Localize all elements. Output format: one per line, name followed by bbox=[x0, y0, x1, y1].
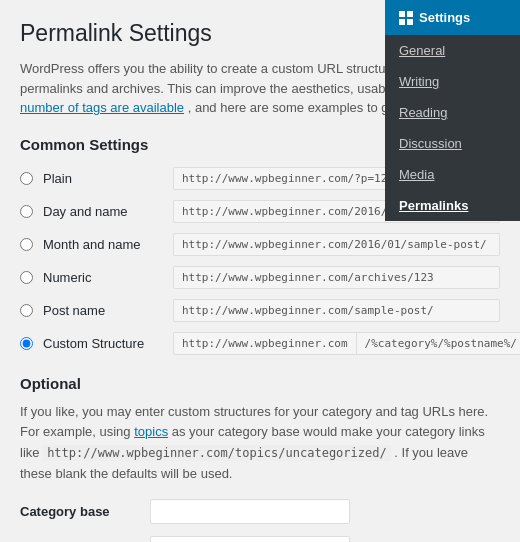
optional-description: If you like, you may enter custom struct… bbox=[20, 402, 500, 485]
topics-link[interactable]: topics bbox=[134, 424, 168, 439]
menu-item-general[interactable]: General bbox=[385, 35, 520, 66]
option-month-name: Month and name http://www.wpbeginner.com… bbox=[20, 233, 500, 256]
radio-day-name[interactable] bbox=[20, 205, 33, 218]
url-post-name: http://www.wpbeginner.com/sample-post/ bbox=[173, 299, 500, 322]
svg-rect-0 bbox=[399, 11, 405, 17]
settings-menu-title: Settings bbox=[419, 10, 470, 25]
radio-numeric[interactable] bbox=[20, 271, 33, 284]
radio-plain[interactable] bbox=[20, 172, 33, 185]
radio-custom[interactable] bbox=[20, 337, 33, 350]
url-numeric: http://www.wpbeginner.com/archives/123 bbox=[173, 266, 500, 289]
settings-menu-header: Settings bbox=[385, 0, 520, 35]
url-month-name: http://www.wpbeginner.com/2016/01/sample… bbox=[173, 233, 500, 256]
menu-item-reading[interactable]: Reading bbox=[385, 97, 520, 128]
label-month-name: Month and name bbox=[43, 237, 173, 252]
option-numeric: Numeric http://www.wpbeginner.com/archiv… bbox=[20, 266, 500, 289]
settings-menu: Settings General Writing Reading Discuss… bbox=[385, 0, 520, 221]
option-custom: Custom Structure http://www.wpbeginner.c… bbox=[20, 332, 500, 355]
menu-item-writing[interactable]: Writing bbox=[385, 66, 520, 97]
option-post-name: Post name http://www.wpbeginner.com/samp… bbox=[20, 299, 500, 322]
url-custom-structure: /%category%/%postname%/ bbox=[357, 332, 520, 355]
tag-base-field: Tag base bbox=[20, 536, 500, 542]
optional-title: Optional bbox=[20, 375, 500, 392]
optional-section: Optional If you like, you may enter cust… bbox=[20, 375, 500, 543]
label-custom: Custom Structure bbox=[43, 336, 173, 351]
label-day-name: Day and name bbox=[43, 204, 173, 219]
label-plain: Plain bbox=[43, 171, 173, 186]
svg-rect-3 bbox=[407, 19, 413, 25]
tag-base-input[interactable] bbox=[150, 536, 350, 542]
url-custom-base: http://www.wpbeginner.com bbox=[173, 332, 357, 355]
url-custom-combined: http://www.wpbeginner.com /%category%/%p… bbox=[173, 332, 520, 355]
menu-item-permalinks[interactable]: Permalinks bbox=[385, 190, 520, 221]
menu-item-discussion[interactable]: Discussion bbox=[385, 128, 520, 159]
category-base-input[interactable] bbox=[150, 499, 350, 524]
url-example: http://www.wpbeginner.com/topics/uncateg… bbox=[43, 445, 391, 461]
svg-rect-2 bbox=[399, 19, 405, 25]
svg-rect-1 bbox=[407, 11, 413, 17]
label-numeric: Numeric bbox=[43, 270, 173, 285]
radio-month-name[interactable] bbox=[20, 238, 33, 251]
label-post-name: Post name bbox=[43, 303, 173, 318]
grid-icon bbox=[399, 11, 413, 25]
category-base-field: Category base bbox=[20, 499, 500, 524]
tags-available-link[interactable]: number of tags are available bbox=[20, 100, 184, 115]
radio-post-name[interactable] bbox=[20, 304, 33, 317]
category-base-label: Category base bbox=[20, 504, 150, 519]
menu-item-media[interactable]: Media bbox=[385, 159, 520, 190]
